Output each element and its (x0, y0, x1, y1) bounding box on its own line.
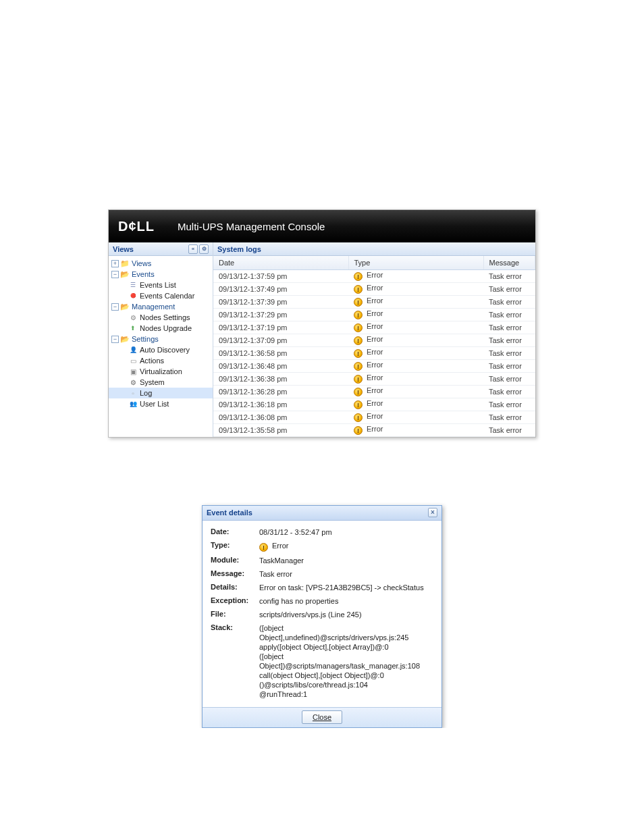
tree-label: Management (132, 303, 175, 311)
type-label: Type: (211, 541, 259, 552)
folder-open-icon (120, 335, 130, 343)
stack-value: ([object Object],undefined)@scripts/driv… (259, 623, 433, 699)
tree-node-events-calendar[interactable]: Events Calendar (109, 290, 213, 301)
message-value: Task error (259, 569, 433, 579)
tree-label: Events (132, 270, 155, 278)
tree-label: Log (140, 389, 152, 397)
cell-message: Task error (483, 295, 535, 308)
tree-node-nodes-settings[interactable]: Nodes Settings (109, 312, 213, 323)
cell-date: 09/13/12-1:37:29 pm (213, 308, 348, 321)
col-message[interactable]: Message (483, 256, 535, 269)
tree-label: Actions (140, 357, 164, 365)
file-value: scripts/drivers/vps.js (Line 245) (259, 610, 433, 619)
tree-node-events-list[interactable]: Events List (109, 280, 213, 290)
table-row[interactable]: 09/13/12-1:36:28 pmErrorTask error (213, 385, 535, 398)
file-label: File: (211, 610, 259, 619)
grid-title: System logs (217, 242, 261, 256)
table-row[interactable]: 09/13/12-1:37:09 pmErrorTask error (213, 334, 535, 346)
col-type[interactable]: Type (348, 256, 483, 269)
main-panel: System logs DateTypeMessage 09/13/12-1:3… (213, 242, 535, 437)
warning-icon (259, 543, 268, 552)
cell-date: 09/13/12-1:37:19 pm (213, 321, 348, 334)
table-row[interactable]: 09/13/12-1:35:58 pmErrorTask error (213, 423, 535, 436)
table-row[interactable]: 09/13/12-1:37:59 pmErrorTask error (213, 269, 535, 282)
stack-label: Stack: (211, 623, 259, 699)
toggle-icon[interactable]: + (111, 260, 119, 267)
cell-type: Error (348, 359, 483, 372)
date-value: 08/31/12 - 3:52:47 pm (259, 527, 433, 537)
cell-type: Error (348, 372, 483, 385)
table-row[interactable]: 09/13/12-1:37:49 pmErrorTask error (213, 282, 535, 295)
col-date[interactable]: Date (213, 256, 348, 269)
tree-label: Auto Discovery (140, 346, 190, 354)
sidebar-title: Views (113, 242, 134, 256)
toggle-icon (119, 379, 127, 386)
tree-label: Events Calendar (140, 292, 194, 300)
icon-node-icon (128, 313, 138, 321)
warning-icon (354, 336, 363, 345)
details-value: Error on task: [VPS-21A3B29BC5] -> check… (259, 583, 433, 592)
toggle-icon[interactable]: − (111, 271, 119, 278)
cell-type: Error (348, 269, 483, 282)
table-row[interactable]: 09/13/12-1:37:29 pmErrorTask error (213, 308, 535, 321)
console-window: D¢LL Multi-UPS Management Console Views … (108, 209, 536, 438)
tree-label: Nodes Settings (140, 313, 190, 321)
icon-user-icon (128, 400, 138, 408)
table-row[interactable]: 09/13/12-1:36:18 pmErrorTask error (213, 398, 535, 411)
cell-date: 09/13/12-1:36:08 pm (213, 411, 348, 423)
toggle-icon (119, 400, 127, 408)
icon-virt-icon (128, 367, 138, 375)
module-label: Module: (211, 556, 259, 565)
tree-node-log[interactable]: Log (109, 388, 213, 398)
toggle-icon (119, 390, 127, 397)
table-row[interactable]: 09/13/12-1:36:48 pmErrorTask error (213, 359, 535, 372)
cell-type: Error (348, 411, 483, 423)
tree-node-system[interactable]: System (109, 377, 213, 388)
table-row[interactable]: 09/13/12-1:36:08 pmErrorTask error (213, 411, 535, 423)
close-icon[interactable]: × (428, 508, 437, 517)
tree-node-events[interactable]: −Events (109, 269, 213, 280)
app-title: Multi-UPS Management Console (178, 221, 325, 232)
tree-node-actions[interactable]: Actions (109, 355, 213, 366)
table-row[interactable]: 09/13/12-1:37:39 pmErrorTask error (213, 295, 535, 308)
cell-message: Task error (483, 423, 535, 436)
cell-message: Task error (483, 269, 535, 282)
cell-date: 09/13/12-1:36:58 pm (213, 346, 348, 359)
details-label: Details: (211, 583, 259, 592)
tree-node-nodes-upgrade[interactable]: Nodes Upgrade (109, 323, 213, 334)
cell-date: 09/13/12-1:36:48 pm (213, 359, 348, 372)
cell-date: 09/13/12-1:37:39 pm (213, 295, 348, 308)
cell-message: Task error (483, 282, 535, 295)
table-row[interactable]: 09/13/12-1:36:58 pmErrorTask error (213, 346, 535, 359)
table-row[interactable]: 09/13/12-1:37:19 pmErrorTask error (213, 321, 535, 334)
warning-icon (354, 400, 363, 409)
toggle-icon[interactable]: − (111, 336, 119, 343)
cell-date: 09/13/12-1:36:38 pm (213, 372, 348, 385)
cell-date: 09/13/12-1:37:59 pm (213, 269, 348, 282)
cell-message: Task error (483, 321, 535, 334)
table-row[interactable]: 09/13/12-1:36:38 pmErrorTask error (213, 372, 535, 385)
icon-sys-icon (128, 378, 138, 386)
folder-open-icon (120, 303, 130, 311)
close-button[interactable]: Close (302, 710, 342, 724)
tree-label: Settings (132, 335, 159, 343)
tree-node-auto-discovery[interactable]: Auto Discovery (109, 344, 213, 355)
toggle-icon (119, 292, 127, 300)
gear-icon[interactable]: ⚙ (199, 244, 209, 254)
cell-message: Task error (483, 411, 535, 423)
tree-node-management[interactable]: −Management (109, 301, 213, 312)
collapse-icon[interactable]: « (188, 244, 198, 254)
tree-node-virtualization[interactable]: Virtualization (109, 366, 213, 377)
tree-node-settings[interactable]: −Settings (109, 334, 213, 344)
tree-node-user-list[interactable]: User List (109, 398, 213, 409)
warning-icon (354, 362, 363, 371)
cell-type: Error (348, 321, 483, 334)
dell-logo: D¢LL (118, 219, 155, 234)
icon-disc-icon (128, 346, 138, 354)
tree-node-views[interactable]: +Views (109, 258, 213, 269)
cell-message: Task error (483, 334, 535, 346)
cell-date: 09/13/12-1:35:58 pm (213, 423, 348, 436)
warning-icon (354, 285, 363, 294)
toggle-icon[interactable]: − (111, 303, 119, 311)
toggle-icon (119, 357, 127, 365)
